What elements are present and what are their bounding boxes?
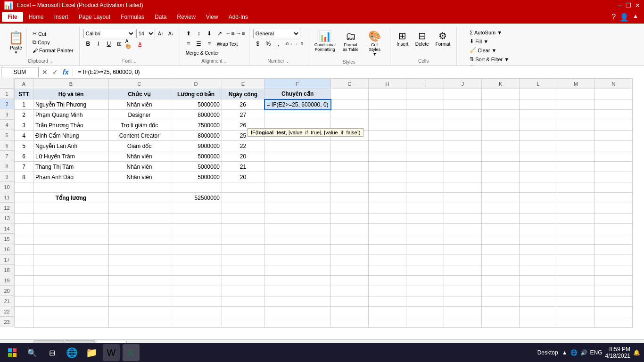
conditional-formatting-button[interactable]: 📊 Conditional Formatting: [312, 29, 338, 53]
cell-D11[interactable]: 52500000: [170, 193, 222, 203]
cell-I7[interactable]: [406, 151, 444, 162]
cell-A6[interactable]: 5: [15, 141, 33, 151]
menu-formulas[interactable]: Formulas: [116, 12, 149, 22]
cell-B2[interactable]: Nguyễn Thị Phương: [33, 99, 109, 110]
cell-F21[interactable]: [264, 296, 331, 307]
cell-A20[interactable]: [15, 286, 33, 296]
cell-F19[interactable]: [264, 276, 331, 286]
cell-C11[interactable]: [109, 193, 170, 203]
cell-A7[interactable]: 6: [15, 151, 33, 162]
cell-L5[interactable]: [520, 131, 557, 141]
cell-G11[interactable]: [331, 193, 369, 203]
cell-C2[interactable]: Nhân viên: [109, 99, 170, 110]
cell-F16[interactable]: [264, 245, 331, 255]
cell-N6[interactable]: [595, 141, 633, 151]
cell-D14[interactable]: [170, 224, 222, 234]
cell-I14[interactable]: [406, 224, 444, 234]
cell-L16[interactable]: [520, 245, 557, 255]
cell-J19[interactable]: [444, 276, 482, 286]
cell-A22[interactable]: [15, 307, 33, 317]
cell-K16[interactable]: [482, 245, 520, 255]
cell-E21[interactable]: [222, 296, 264, 307]
cell-M4[interactable]: [557, 120, 595, 131]
cell-I3[interactable]: [406, 110, 444, 120]
word-button[interactable]: W: [103, 344, 120, 361]
cell-N8[interactable]: [595, 162, 633, 172]
network-icon[interactable]: 🌐: [570, 349, 578, 356]
formula-input[interactable]: [76, 67, 643, 77]
cell-L7[interactable]: [520, 151, 557, 162]
cell-C10[interactable]: [109, 182, 170, 193]
col-header-K[interactable]: K: [482, 79, 520, 89]
cell-N9[interactable]: [595, 172, 633, 182]
cell-G14[interactable]: [331, 224, 369, 234]
cell-A11[interactable]: [15, 193, 33, 203]
cell-A18[interactable]: [15, 265, 33, 276]
indent-decrease-button[interactable]: ←≡: [225, 29, 235, 38]
merge-center-button[interactable]: Merge & Center: [184, 49, 221, 57]
cell-K17[interactable]: [482, 255, 520, 265]
cell-B20[interactable]: [33, 286, 109, 296]
cell-D6[interactable]: 9000000: [170, 141, 222, 151]
cell-C8[interactable]: Nhân viên: [109, 162, 170, 172]
cell-J9[interactable]: [444, 172, 482, 182]
cell-A1[interactable]: STT: [15, 89, 33, 99]
col-header-A[interactable]: A: [15, 79, 33, 89]
cell-N18[interactable]: [595, 265, 633, 276]
cell-D5[interactable]: 8000000: [170, 131, 222, 141]
cell-H17[interactable]: [369, 255, 406, 265]
cell-F3[interactable]: [264, 110, 331, 120]
cell-M3[interactable]: [557, 110, 595, 120]
col-header-J[interactable]: J: [444, 79, 482, 89]
cell-D3[interactable]: 8000000: [170, 110, 222, 120]
cell-L11[interactable]: [520, 193, 557, 203]
cell-N21[interactable]: [595, 296, 633, 307]
cell-D18[interactable]: [170, 265, 222, 276]
cell-I13[interactable]: [406, 214, 444, 224]
cell-A15[interactable]: [15, 234, 33, 245]
cell-E8[interactable]: 21: [222, 162, 264, 172]
cell-N3[interactable]: [595, 110, 633, 120]
cell-F13[interactable]: [264, 214, 331, 224]
cell-J4[interactable]: [444, 120, 482, 131]
cell-M19[interactable]: [557, 276, 595, 286]
currency-button[interactable]: $: [253, 39, 263, 49]
cancel-formula-button[interactable]: ✕: [41, 68, 49, 76]
cell-L4[interactable]: [520, 120, 557, 131]
cell-E13[interactable]: [222, 214, 264, 224]
cell-M13[interactable]: [557, 214, 595, 224]
align-left-button[interactable]: ≡: [184, 39, 193, 49]
cell-M5[interactable]: [557, 131, 595, 141]
menu-home[interactable]: Home: [24, 12, 49, 22]
cell-H21[interactable]: [369, 296, 406, 307]
italic-button[interactable]: I: [94, 39, 103, 49]
cell-J8[interactable]: [444, 162, 482, 172]
cell-I22[interactable]: [406, 307, 444, 317]
cell-A23[interactable]: [15, 317, 33, 328]
cell-E16[interactable]: [222, 245, 264, 255]
cell-H19[interactable]: [369, 276, 406, 286]
cell-G6[interactable]: [331, 141, 369, 151]
cell-C19[interactable]: [109, 276, 170, 286]
cell-D22[interactable]: [170, 307, 222, 317]
cell-K10[interactable]: [482, 182, 520, 193]
cell-K11[interactable]: [482, 193, 520, 203]
cell-L21[interactable]: [520, 296, 557, 307]
align-bottom-button[interactable]: ⬇: [205, 29, 214, 38]
restore-button[interactable]: ❐: [626, 2, 631, 9]
cell-A13[interactable]: [15, 214, 33, 224]
cell-C15[interactable]: [109, 234, 170, 245]
cell-D4[interactable]: 7500000: [170, 120, 222, 131]
col-header-L[interactable]: L: [520, 79, 557, 89]
cell-D20[interactable]: [170, 286, 222, 296]
notifications-icon[interactable]: 🔔: [633, 349, 640, 356]
cell-E11[interactable]: [222, 193, 264, 203]
cell-D9[interactable]: 5000000: [170, 172, 222, 182]
cell-K9[interactable]: [482, 172, 520, 182]
cell-I16[interactable]: [406, 245, 444, 255]
cell-N2[interactable]: [595, 99, 633, 110]
font-color-button[interactable]: A: [135, 39, 145, 49]
cell-E20[interactable]: [222, 286, 264, 296]
cell-K19[interactable]: [482, 276, 520, 286]
copy-button[interactable]: ⧉ Copy: [31, 38, 75, 46]
